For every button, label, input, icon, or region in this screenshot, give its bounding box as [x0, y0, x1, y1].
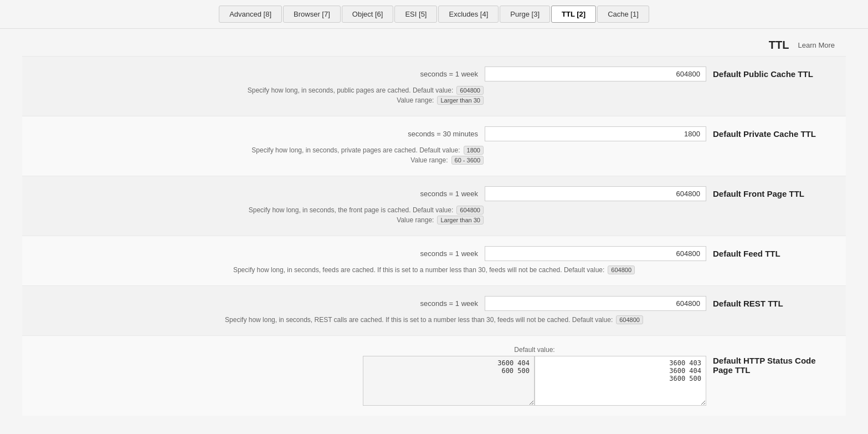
settings-container: seconds = 1 week Default Public Cache TT…: [22, 56, 846, 335]
setting-desc-full-default-rest-ttl: Specify how long, in seconds, REST calls…: [33, 315, 835, 325]
setting-row: seconds = 1 week Default REST TTL: [33, 296, 835, 311]
section-header: TTL Learn More: [22, 29, 846, 56]
http-status-block: Default value: Default HTTP Status CodeP…: [22, 335, 846, 416]
setting-name-default-public-cache-ttl: Default Public Cache TTL: [713, 69, 835, 79]
setting-block-default-feed-ttl: seconds = 1 week Default Feed TTL Specif…: [22, 236, 846, 285]
setting-block-default-public-cache-ttl: seconds = 1 week Default Public Cache TT…: [22, 56, 846, 116]
http-left-textarea[interactable]: [363, 356, 535, 406]
setting-input-default-private-cache-ttl[interactable]: [485, 126, 706, 141]
setting-desc-full-default-feed-ttl: Specify how long, in seconds, feeds are …: [33, 265, 835, 275]
setting-desc-default-public-cache-ttl: Specify how long, in seconds, public pag…: [33, 86, 484, 106]
tab-ttl[interactable]: TTL [2]: [551, 6, 596, 23]
setting-input-default-public-cache-ttl[interactable]: [485, 67, 706, 81]
tab-cache[interactable]: Cache [1]: [597, 6, 649, 23]
setting-row: seconds = 1 week Default Public Cache TT…: [33, 67, 835, 81]
setting-row: seconds = 1 week Default Front Page TTL: [33, 186, 835, 201]
http-setting-name: Default HTTP Status CodePage TTL: [713, 356, 835, 375]
http-textareas: [363, 356, 706, 406]
setting-desc-default-private-cache-ttl: Specify how long, in seconds, private pa…: [33, 146, 484, 166]
http-default-label: Default value:: [363, 346, 706, 354]
setting-label: seconds = 1 week: [420, 70, 478, 78]
setting-block-default-rest-ttl: seconds = 1 week Default REST TTL Specif…: [22, 285, 846, 335]
setting-input-default-feed-ttl[interactable]: [485, 246, 706, 261]
setting-name-default-private-cache-ttl: Default Private Cache TTL: [713, 129, 835, 139]
section-title: TTL: [769, 39, 789, 52]
setting-name-default-rest-ttl: Default REST TTL: [713, 299, 835, 308]
tab-esi[interactable]: ESI [5]: [394, 6, 437, 23]
http-right-textarea[interactable]: [535, 356, 706, 406]
tab-bar: Advanced [8]Browser [7]Object [6]ESI [5]…: [0, 0, 868, 29]
tab-object[interactable]: Object [6]: [342, 6, 394, 23]
setting-label: seconds = 1 week: [420, 190, 478, 198]
setting-row: seconds = 1 week Default Feed TTL: [33, 246, 835, 261]
setting-label: seconds = 1 week: [420, 299, 478, 308]
setting-name-default-front-page-ttl: Default Front Page TTL: [713, 189, 835, 198]
setting-block-default-private-cache-ttl: seconds = 30 minutes Default Private Cac…: [22, 116, 846, 176]
setting-input-default-rest-ttl[interactable]: [485, 296, 706, 311]
setting-block-default-front-page-ttl: seconds = 1 week Default Front Page TTL …: [22, 176, 846, 236]
tab-purge[interactable]: Purge [3]: [500, 6, 550, 23]
tab-browser[interactable]: Browser [7]: [283, 6, 341, 23]
setting-desc-default-front-page-ttl: Specify how long, in seconds, the front …: [33, 206, 484, 226]
setting-name-default-feed-ttl: Default Feed TTL: [713, 249, 835, 258]
http-row: Default HTTP Status CodePage TTL: [33, 356, 835, 406]
page-content: TTL Learn More seconds = 1 week Default …: [0, 29, 868, 416]
setting-label: seconds = 1 week: [420, 249, 478, 258]
tab-excludes[interactable]: Excludes [4]: [438, 6, 499, 23]
tab-advanced[interactable]: Advanced [8]: [219, 6, 282, 23]
setting-label: seconds = 30 minutes: [408, 130, 478, 138]
learn-more-link[interactable]: Learn More: [798, 41, 835, 49]
setting-row: seconds = 30 minutes Default Private Cac…: [33, 126, 835, 141]
setting-input-default-front-page-ttl[interactable]: [485, 186, 706, 201]
